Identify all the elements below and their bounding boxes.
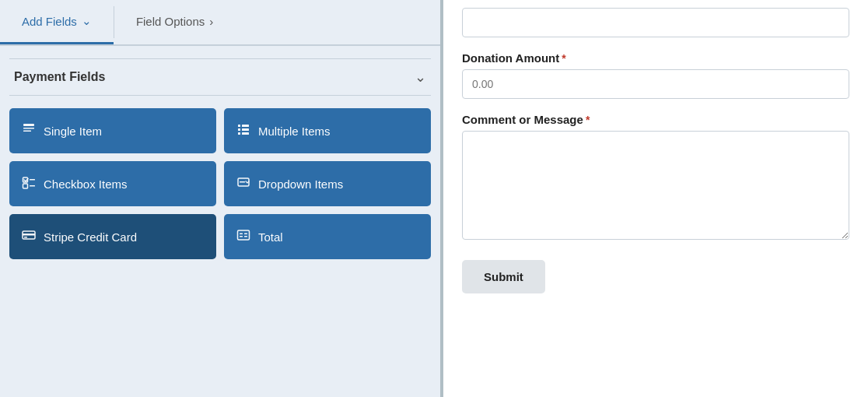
tab-bar: Add Fields ⌄ Field Options › xyxy=(0,0,440,46)
svg-rect-22 xyxy=(244,236,247,237)
svg-rect-18 xyxy=(238,230,250,240)
single-item-label: Single Item xyxy=(44,125,102,138)
total-button[interactable]: Total xyxy=(224,214,431,259)
svg-rect-3 xyxy=(238,125,240,127)
comment-message-group: Comment or Message * xyxy=(462,113,849,243)
svg-rect-5 xyxy=(238,128,240,131)
svg-rect-4 xyxy=(242,125,249,127)
multiple-items-icon xyxy=(236,122,250,139)
stripe-credit-card-button[interactable]: Stripe Credit Card xyxy=(9,214,216,259)
svg-rect-0 xyxy=(23,124,34,126)
svg-rect-10 xyxy=(30,179,35,181)
total-icon xyxy=(236,228,250,245)
svg-rect-1 xyxy=(23,128,34,129)
svg-rect-7 xyxy=(238,132,240,135)
stripe-credit-card-label: Stripe Credit Card xyxy=(44,230,137,244)
comment-message-textarea[interactable] xyxy=(462,131,849,240)
total-label: Total xyxy=(258,230,283,244)
left-panel: Add Fields ⌄ Field Options › Payment Fie… xyxy=(0,0,443,397)
dropdown-items-button[interactable]: Dropdown Items xyxy=(224,161,431,206)
checkbox-items-label: Checkbox Items xyxy=(44,177,128,191)
payment-fields-title: Payment Fields xyxy=(14,70,105,84)
svg-rect-12 xyxy=(30,185,35,187)
fields-grid: Single Item Multiple Items xyxy=(9,108,431,259)
donation-amount-group: Donation Amount * xyxy=(462,51,849,99)
payment-fields-section-header: Payment Fields ⌄ xyxy=(9,58,431,96)
donation-amount-label: Donation Amount * xyxy=(462,51,849,65)
donation-amount-input[interactable] xyxy=(462,69,849,99)
comment-message-label: Comment or Message * xyxy=(462,113,849,126)
svg-rect-20 xyxy=(244,234,247,235)
multiple-items-button[interactable]: Multiple Items xyxy=(224,108,431,153)
svg-rect-17 xyxy=(24,237,27,238)
chevron-down-icon: ⌄ xyxy=(82,14,92,28)
svg-rect-11 xyxy=(23,184,28,188)
svg-rect-21 xyxy=(240,236,243,237)
dropdown-items-label: Dropdown Items xyxy=(258,177,343,191)
tab-field-options[interactable]: Field Options › xyxy=(114,0,235,44)
checkbox-items-icon xyxy=(22,175,36,192)
stripe-credit-card-icon xyxy=(22,228,36,245)
single-item-icon xyxy=(22,122,36,139)
submit-button[interactable]: Submit xyxy=(462,260,545,293)
comment-required: * xyxy=(586,114,590,126)
svg-rect-8 xyxy=(242,132,249,135)
left-content: Payment Fields ⌄ Single Item xyxy=(0,46,440,397)
right-panel: Donation Amount * Comment or Message * S… xyxy=(443,0,868,397)
dropdown-items-icon xyxy=(236,175,250,192)
svg-rect-19 xyxy=(240,234,243,235)
chevron-right-icon: › xyxy=(209,15,213,28)
svg-rect-6 xyxy=(242,128,249,131)
svg-rect-16 xyxy=(23,234,35,236)
tab-add-fields[interactable]: Add Fields ⌄ xyxy=(0,0,114,44)
field-options-label: Field Options xyxy=(136,15,205,28)
add-fields-label: Add Fields xyxy=(22,15,77,28)
svg-rect-14 xyxy=(240,181,245,183)
single-item-button[interactable]: Single Item xyxy=(9,108,216,153)
checkbox-items-button[interactable]: Checkbox Items xyxy=(9,161,216,206)
multiple-items-label: Multiple Items xyxy=(258,125,331,138)
donation-amount-required: * xyxy=(562,52,565,65)
svg-rect-2 xyxy=(23,131,31,132)
top-input[interactable] xyxy=(462,8,849,37)
section-collapse-icon[interactable]: ⌄ xyxy=(415,69,426,86)
